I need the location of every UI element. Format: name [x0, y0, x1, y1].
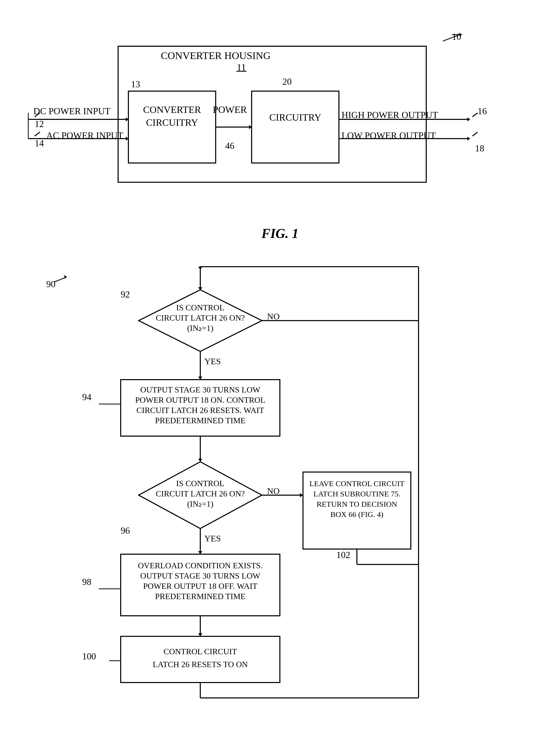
diamond-92-line1: IS CONTROL — [176, 303, 225, 312]
svg-line-17 — [472, 113, 477, 117]
ref-100: 100 — [82, 651, 96, 661]
ref-94: 94 — [82, 392, 92, 402]
fig1-diagram: 10 CONVERTER HOUSING 11 13 CONVERTER CIR… — [20, 26, 540, 221]
ref-102: 102 — [336, 550, 350, 560]
ref-46: 46 — [225, 141, 235, 151]
box-94-line1: OUTPUT STAGE 30 TURNS LOW — [140, 385, 260, 394]
box-102-line3: RETURN TO DECISION — [317, 500, 397, 508]
svg-marker-14 — [467, 137, 470, 141]
box-94-line2: POWER OUTPUT 18 ON. CONTROL — [135, 395, 266, 405]
svg-marker-12 — [467, 117, 470, 121]
fig1-title: FIG. 1 — [20, 226, 540, 241]
box-100 — [121, 636, 280, 683]
box-94-line4: PREDETERMINED TIME — [155, 416, 246, 425]
box-102-line2: LATCH SUBROUTINE 75. — [313, 489, 400, 498]
diamond-92-line3: (IN₂=1) — [187, 323, 214, 333]
svg-line-16 — [35, 132, 40, 136]
circuitry-box — [252, 91, 339, 163]
box-98-line3: POWER OUTPUT 18 OFF. WAIT — [143, 581, 258, 591]
box-100-line1: CONTROL CIRCUIT — [164, 647, 237, 656]
ref-96: 96 — [121, 526, 130, 536]
diamond-96-line3: (IN₂=1) — [187, 499, 214, 508]
fig5-diagram: 90 92 IS CONTROL CIRCUIT LATCH 26 ON? (I… — [20, 257, 540, 739]
ref-18: 18 — [475, 143, 484, 153]
ref-90: 90 — [46, 279, 55, 289]
box-100-line2: LATCH 26 RESETS TO ON — [153, 660, 248, 669]
dc-power-label: DC POWER INPUT — [33, 106, 110, 116]
ref-98: 98 — [82, 577, 92, 587]
converter-label2: CIRCUITRY — [146, 117, 198, 128]
svg-marker-46 — [198, 267, 202, 270]
housing-label: CONVERTER HOUSING — [161, 50, 271, 61]
diamond-96-line1: IS CONTROL — [176, 479, 225, 488]
box-102-line4: BOX 66 (FIG. 4) — [330, 510, 384, 519]
svg-line-18 — [472, 132, 477, 136]
yes-label-92: YES — [204, 356, 221, 366]
high-power-label: HIGH POWER OUTPUT — [341, 110, 438, 120]
ref-14: 14 — [35, 138, 44, 148]
page: 10 CONVERTER HOUSING 11 13 CONVERTER CIR… — [0, 0, 560, 739]
box-98-line2: OUTPUT STAGE 30 TURNS LOW — [140, 571, 260, 580]
circuitry-label: CIRCUITRY — [269, 112, 321, 123]
box-98-line1: OVERLOAD CONDITION EXISTS. — [138, 561, 263, 570]
ref-92: 92 — [121, 289, 130, 300]
no-label-92: NO — [267, 312, 280, 321]
no-label-96: NO — [267, 486, 280, 496]
ref-16: 16 — [477, 106, 487, 116]
power-label: POWER — [213, 104, 247, 115]
box-94-line3: CIRCUIT LATCH 26 RESETS. WAIT — [136, 406, 264, 415]
converter-label1: CONVERTER — [143, 104, 201, 115]
ref-13-label: 13 — [131, 79, 140, 89]
ref-12: 12 — [35, 119, 44, 129]
ref-20-label: 20 — [282, 77, 292, 87]
box-102-line1: LEAVE CONTROL CIRCUIT — [309, 479, 404, 488]
diamond-92-line2: CIRCUIT LATCH 26 ON? — [156, 313, 245, 322]
box-98-line4: PREDETERMINED TIME — [155, 592, 246, 601]
yes-label-96: YES — [204, 534, 221, 543]
diamond-96-line2: CIRCUIT LATCH 26 ON? — [156, 489, 245, 498]
